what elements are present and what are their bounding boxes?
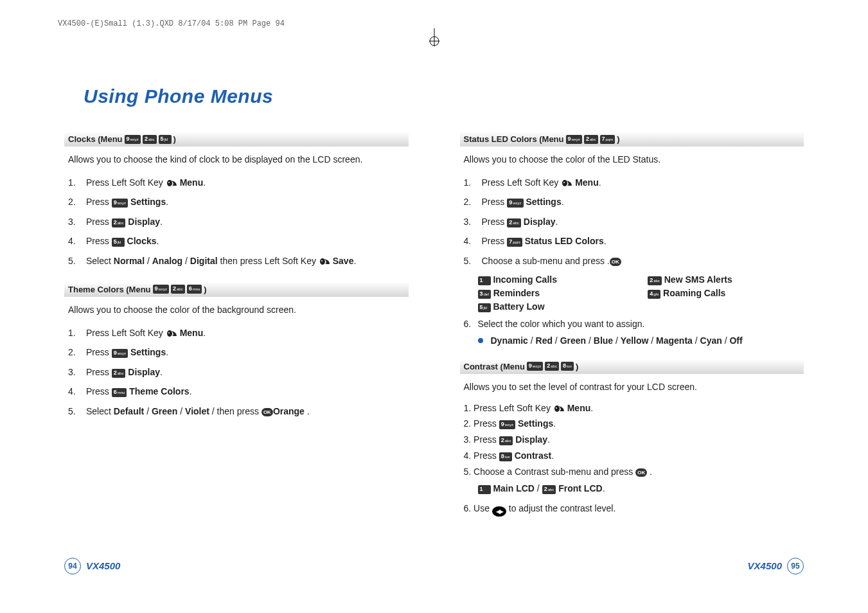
keycap-2: 2abc	[112, 218, 126, 227]
right-page: Status LED Colors (Menu 9wxyz 2abc 7pqrs…	[460, 120, 804, 519]
step-item: Press 2abc Display.	[68, 212, 389, 231]
svg-point-9	[167, 330, 172, 337]
keycap-3: 3def	[478, 290, 491, 299]
step-item: Press 5jkl Clocks.	[68, 231, 389, 251]
step-item: Press 9wxyz Settings.	[68, 342, 389, 362]
keycap-8: 8tuv	[499, 452, 512, 461]
step-item: Select Default / Green / Violet / then p…	[68, 402, 389, 421]
ok-key-icon: OK	[261, 408, 273, 416]
keycap-9: 9wxyz	[112, 199, 128, 208]
svg-point-12	[563, 182, 565, 183]
submenu-line: 1 Main LCD / 2abc Front LCD.	[478, 483, 804, 494]
step-item: 5. Choose a Contrast sub-menu and press …	[460, 464, 804, 479]
submenu-item: 3def Reminders	[478, 288, 629, 299]
step-item: 2. Press 9wxyz Settings.	[460, 416, 804, 432]
step-list: Press Left Soft Key Menu.Press 9wxyz Set…	[64, 173, 409, 271]
svg-point-8	[321, 260, 323, 262]
keycap-9: 9wxyz	[566, 135, 582, 144]
svg-point-5	[167, 180, 172, 186]
keycap-9: 9wxyz	[153, 285, 169, 294]
keycap-6: 6mno	[112, 388, 127, 397]
submenu-grid: 1 Incoming Calls2abc New SMS Alerts3def …	[478, 274, 804, 312]
ok-key-icon: OK	[610, 258, 621, 266]
bullet-options: Dynamic / Red / Green / Blue / Yellow / …	[478, 334, 804, 348]
step-item: Press Left Soft Key Menu.	[464, 173, 785, 192]
left-soft-key-icon	[319, 257, 330, 266]
left-soft-key-icon	[166, 329, 177, 338]
page-number-left: 94 VX4500	[64, 558, 120, 574]
keycap-9: 9wxyz	[507, 199, 523, 208]
step-list: Press Left Soft Key Menu.Press 9wxyz Set…	[64, 323, 409, 421]
keycap-4: 4ghi	[648, 290, 660, 299]
keycap-1: 1	[478, 276, 491, 285]
svg-point-10	[168, 332, 170, 333]
section-intro: Allows you to choose the color of the ba…	[68, 303, 383, 317]
keycap-2: 2abc	[507, 218, 521, 227]
keycap-8: 8tuv	[561, 362, 574, 371]
keycap-2: 2abc	[542, 485, 556, 494]
step-item: Choose a sub-menu and press .OK	[464, 251, 785, 271]
svg-point-7	[320, 258, 325, 265]
submenu-item: 5jkl Battery Low	[478, 301, 629, 312]
step-item: 3. Press 2abc Display.	[460, 432, 804, 448]
step-item: Press 9wxyz Settings.	[464, 192, 785, 211]
submenu-item: 1 Incoming Calls	[478, 274, 629, 285]
submenu-item: 2abc New SMS Alerts	[648, 274, 804, 285]
ok-key-icon: OK	[635, 468, 647, 477]
left-soft-key-icon	[553, 404, 565, 413]
keycap-1: 1	[478, 485, 491, 494]
svg-point-14	[556, 407, 557, 409]
step-item: 6. Use ◀▶ to adjust the contrast level.	[460, 498, 804, 519]
step-item: Press 9wxyz Settings.	[68, 192, 389, 211]
keycap-5: 5jkl	[159, 135, 172, 144]
keycap-9: 9wxyz	[125, 135, 141, 144]
svg-point-13	[554, 405, 560, 412]
step-item: 6.Select the color which you want to ass…	[460, 316, 804, 332]
keycap-7: 7pqrs	[507, 238, 522, 247]
left-page: Clocks (Menu 9wxyz 2abc 5jkl )Allows you…	[64, 120, 409, 519]
keycap-7: 7pqrs	[600, 135, 616, 144]
section-heading: Contrast (Menu 9wxyz 2abc 8tuv )	[460, 359, 804, 374]
crop-mark-top	[0, 28, 868, 50]
two-page-spread: Clocks (Menu 9wxyz 2abc 5jkl )Allows you…	[0, 120, 868, 519]
step-item: Press 7pqrs Status LED Colors.	[464, 231, 785, 251]
nav-key-icon: ◀▶	[492, 506, 506, 517]
keycap-5: 5jkl	[112, 238, 125, 247]
left-soft-key-icon	[166, 179, 177, 188]
section-heading: Clocks (Menu 9wxyz 2abc 5jkl )	[64, 132, 409, 147]
running-head: VX4500-(E)Small (1.3).QXD 8/17/04 5:08 P…	[0, 0, 868, 28]
keycap-6: 6mno	[187, 285, 202, 294]
page-footer: 94 VX4500 VX4500 95	[0, 519, 868, 594]
keycap-2: 2abc	[171, 285, 185, 294]
section-intro: Allows you to choose the color of the LE…	[464, 153, 779, 166]
keycap-2: 2abc	[545, 362, 559, 371]
page-title: Using Phone Menus	[84, 85, 868, 107]
left-soft-key-icon	[561, 179, 572, 188]
section-intro: Allows you to choose the kind of clock t…	[68, 153, 383, 166]
step-item: Press 6mno Theme Colors.	[68, 382, 389, 401]
step-item: Press 2abc Display.	[68, 362, 389, 382]
keycap-2: 2abc	[112, 369, 126, 378]
step-item: 4. Press 8tuv Contrast.	[460, 448, 804, 464]
step-item: Press Left Soft Key Menu.	[68, 173, 389, 192]
keycap-2: 2abc	[499, 436, 513, 445]
keycap-5: 5jkl	[478, 303, 491, 312]
submenu-item: 4ghi Roaming Calls	[648, 288, 804, 299]
step-item: Press 2abc Display.	[464, 212, 785, 231]
section-intro: Allows you to set the level of contrast …	[464, 380, 779, 394]
svg-point-11	[562, 180, 567, 186]
step-list: Press Left Soft Key Menu.Press 9wxyz Set…	[460, 173, 804, 271]
keycap-2: 2abc	[143, 135, 157, 144]
page-number-right: VX4500 95	[748, 558, 804, 574]
step-item: Press Left Soft Key Menu.	[68, 323, 389, 342]
keycap-9: 9wxyz	[527, 362, 543, 371]
svg-point-6	[168, 182, 170, 183]
section-heading: Theme Colors (Menu 9wxyz 2abc 6mno )	[64, 282, 409, 297]
keycap-2: 2abc	[584, 135, 598, 144]
step-item: 1. Press Left Soft Key Menu.	[460, 400, 804, 416]
section-heading: Status LED Colors (Menu 9wxyz 2abc 7pqrs…	[460, 132, 804, 147]
step-item: Select Normal / Analog / Digital then pr…	[68, 251, 389, 271]
keycap-9: 9wxyz	[499, 420, 515, 429]
keycap-2: 2abc	[648, 276, 662, 285]
keycap-9: 9wxyz	[112, 349, 128, 358]
